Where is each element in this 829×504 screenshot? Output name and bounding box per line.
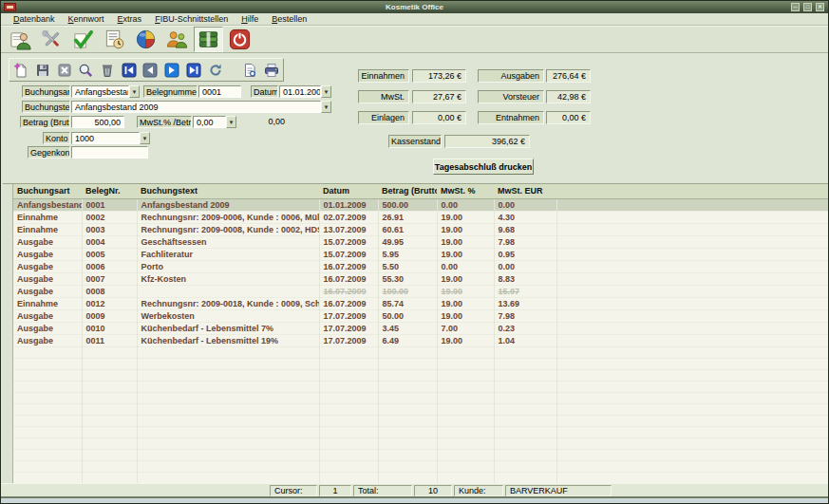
app-window: Kosmetik Office ─ □ ✕ DatenbankKennwortE… [0,0,829,504]
window-bottom-edge [1,496,829,504]
menu-item-datenbank[interactable]: Datenbank [7,14,62,24]
kassenstand-label: Kassenstand [388,135,442,148]
close-icon[interactable]: ✕ [816,3,824,11]
table-row-empty [13,346,828,358]
bookings-table: BuchungsartBelegNr.BuchungstextDatumBetr… [3,183,828,483]
table-row-empty [13,369,828,381]
nav-previous-icon[interactable] [141,61,160,79]
kassenstand-value: 396,62 € [444,135,530,148]
betrag-input[interactable] [71,116,124,128]
cursor-label: Cursor: [270,485,317,496]
nav-first-icon[interactable] [120,61,138,79]
menu-item-hilfe[interactable]: Hilfe [235,14,265,24]
buchungstext-select[interactable]: Anfangsbestand 2009 [71,101,321,113]
new-record-icon[interactable] [12,61,30,79]
column-header [556,184,828,198]
table-body: Anfangsbestand0001Anfangsbestand 2009 01… [13,198,828,483]
gegenkonto-input[interactable] [71,146,148,159]
row-selector-strip [3,184,13,483]
tagesabschluss-drucken-button[interactable]: Tagesabschluß drucken [433,159,534,175]
journal-clock-icon[interactable] [100,27,129,52]
nav-last-icon[interactable] [185,61,203,79]
table-row-empty [13,460,828,472]
vorsteuer-label: Vorsteuer [478,90,544,103]
einnahmen-value: 173,26 € [412,69,466,83]
table-row-empty [13,358,828,369]
buchungsart-label: Buchungsart [22,85,70,98]
table-row[interactable]: Ausgabe0007Kfz-Kosten 16.07.200955.3019.… [13,272,828,285]
search-icon[interactable] [77,61,95,79]
table-row[interactable]: Einnahme0012Rechnungsnr: 2009-0018, Kund… [13,297,828,309]
datum-select[interactable]: 01.01.2009 [279,85,321,98]
belegnummer-input[interactable] [198,85,241,98]
table-row[interactable]: Ausgabe0006Porto 16.07.20095.500.00 0.00 [13,260,828,272]
refresh-icon[interactable] [206,61,224,79]
konto-dropdown-icon[interactable]: ▼ [140,132,150,144]
table-row[interactable]: Anfangsbestand0001Anfangsbestand 2009 01… [13,198,828,211]
mwst-select[interactable]: 0,00 [193,116,226,128]
menu-item-kennwort[interactable]: Kennwort [62,14,111,24]
minimize-icon[interactable]: ─ [791,3,800,11]
konto-select[interactable]: 1000 [71,132,140,144]
exit-power-icon[interactable] [225,27,254,52]
maximize-icon[interactable]: □ [803,3,812,11]
menu-item-bestellen[interactable]: Bestellen [265,14,313,24]
status-bar: Cursor: 1 Total: 10 Kunde: BARVERKAUF [1,483,829,496]
table-row[interactable]: Ausgabe0005Fachliteratur 15.07.20095.951… [13,248,828,260]
title-bar: Kosmetik Office ─ □ ✕ [1,1,828,13]
buchungstext-dropdown-icon[interactable]: ▼ [321,101,331,113]
table-row-empty [13,426,828,438]
column-header: BelegNr. [82,184,137,198]
mwst-label: MwSt.% /Betrag [137,116,192,128]
nav-next-icon[interactable] [163,61,181,79]
buchungsart-dropdown-icon[interactable]: ▼ [129,85,140,98]
main-toolbar [1,26,828,53]
customer-record-icon[interactable] [6,27,35,52]
ausgaben-label: Ausgaben [478,69,544,83]
table-row[interactable]: Ausgabe0010Küchenbedarf - Lebensmittel 7… [13,322,828,334]
mwst-dropdown-icon[interactable]: ▼ [226,116,236,128]
table-row[interactable]: Einnahme0003Rechnungsnr: 2009-0008, Kund… [13,223,828,235]
tools-icon[interactable] [37,27,66,52]
total-label: Total: [353,485,412,496]
table-row[interactable]: Einnahme0002Rechnungsnr: 2009-0006, Kund… [13,211,828,223]
discard-icon[interactable] [99,61,117,79]
kunde-value: BARVERKAUF [505,485,612,496]
column-header: MwSt. EUR [494,184,556,198]
table-row[interactable]: Ausgabe0011Küchenbedarf - Lebensmittel 1… [13,334,828,346]
column-header: Datum [319,184,378,198]
menu-item-fibu-schnittstellen[interactable]: FIBU-Schnittstellen [148,14,235,24]
statistics-pie-icon[interactable] [131,27,160,52]
vorsteuer-value: 42,98 € [546,90,591,103]
mwst-sum-value: 27,67 € [412,90,466,103]
datum-dropdown-icon[interactable]: ▼ [321,85,331,98]
delete-record-icon[interactable] [55,61,73,79]
buchungsart-select[interactable]: Anfangsbestand [71,85,129,98]
menu-item-extras[interactable]: Extras [111,14,149,24]
table-row-empty [13,449,828,460]
column-header: MwSt. % [437,184,494,198]
total-value: 10 [414,485,452,496]
kunde-label: Kunde: [454,485,503,496]
print-preview-icon[interactable] [241,61,259,79]
konto-label: Konto [43,132,70,144]
cashbook-icon[interactable] [194,27,223,52]
record-toolbar [9,58,284,82]
customers-group-icon[interactable] [162,27,192,52]
menu-bar: DatenbankKennwortExtrasFIBU-Schnittstell… [1,13,828,26]
table-row[interactable]: Ausgabe0004Geschäftsessen 15.07.200949.9… [13,235,828,248]
einlagen-value: 0,00 € [412,111,466,124]
table-row[interactable]: Ausgabe0008 16.07.2009100.0019.00 15.97 [13,285,828,297]
ausgaben-value: 276,64 € [546,69,591,83]
table-header-row: BuchungsartBelegNr.BuchungstextDatumBetr… [13,184,828,198]
mwst-amount: 0,00 [243,116,285,128]
print-icon[interactable] [262,61,280,79]
table-row[interactable]: Ausgabe0009Werbekosten 17.07.200950.0019… [13,309,828,322]
column-header: Buchungstext [137,184,319,198]
buchungstext-label: Buchungstext [22,101,70,113]
save-record-icon[interactable] [34,61,52,79]
window-title: Kosmetik Office [1,3,828,11]
table-row-empty [13,392,828,403]
einlagen-label: Einlagen [358,111,409,124]
confirm-check-icon[interactable] [68,27,98,52]
